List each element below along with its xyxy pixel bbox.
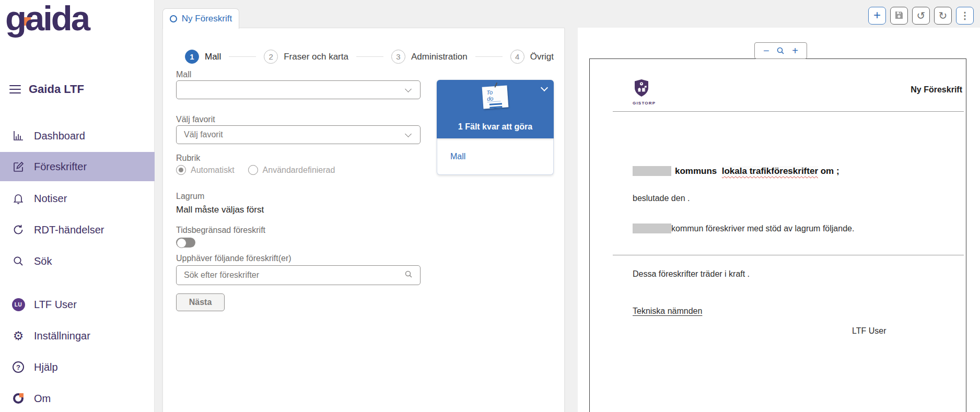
todo-item-mall[interactable]: Mall: [450, 152, 465, 161]
magnifier-icon[interactable]: [776, 46, 785, 55]
collapse-chevron-icon[interactable]: [541, 84, 548, 91]
document-line-foreskriver: kommun föreskriver med stöd av lagrum fö…: [633, 223, 950, 233]
step-ovrigt[interactable]: 4 Övrigt: [510, 50, 554, 64]
preview-zoom-controls: − +: [754, 42, 807, 59]
edit-icon: [11, 160, 25, 173]
sidebar-item-label: Inställningar: [34, 330, 90, 342]
sidebar-item-label: Om: [34, 393, 51, 405]
help-icon: ?: [11, 360, 25, 374]
sidebar: gaida Gaida LTF Dashboard Föreskrifter N…: [0, 0, 155, 412]
valj-favorit-input[interactable]: [177, 126, 406, 144]
sidebar-item-notiser[interactable]: Notiser: [0, 188, 155, 209]
stepper-connector: [475, 56, 503, 57]
radio-anvandardefinierad[interactable]: Användardefinierad: [248, 165, 335, 175]
mall-select[interactable]: [176, 80, 421, 99]
todo-count-label: 1 Fält kvar att göra: [458, 122, 532, 132]
sidebar-item-label: Notiser: [34, 193, 67, 205]
wizard-stepper: 1 Mall 2 Fraser och karta 3 Administrati…: [185, 50, 554, 64]
more-options-button[interactable]: ⋮: [956, 7, 974, 25]
rubrik-radio-group: Automatiskt Användardefinierad: [176, 165, 335, 175]
tidsbegransad-label: Tidsbegränsad föreskrift: [176, 226, 265, 235]
plus-icon: +: [873, 9, 881, 21]
heading-text: om ;: [821, 166, 839, 176]
municipality-shield-icon: [634, 79, 649, 98]
stepper-connector: [356, 56, 383, 57]
document-line-ikraft: Dessa föreskrifter träder i kraft .: [633, 269, 950, 279]
redo-button[interactable]: ↻: [934, 7, 952, 25]
sidebar-item-user[interactable]: LU LTF User: [0, 294, 155, 315]
step-fraser-och-karta[interactable]: 2 Fraser och karta: [264, 50, 348, 64]
sidebar-item-label: Hjälp: [34, 361, 58, 373]
sync-icon: [11, 223, 25, 237]
redacted-municipality-block: [633, 223, 671, 233]
lagrum-hint: Mall måste väljas först: [176, 205, 264, 215]
sidebar-item-label: Föreskrifter: [34, 161, 87, 173]
step-number: 2: [264, 50, 278, 64]
tidsbegransad-toggle[interactable]: [176, 238, 195, 248]
sidebar-item-installningar[interactable]: ⚙ Inställningar: [0, 325, 155, 346]
zoom-in-button[interactable]: +: [789, 45, 801, 56]
sidebar-header-label: Gaida LTF: [29, 83, 84, 96]
avatar-initials: LU: [12, 298, 25, 311]
step-number: 1: [185, 50, 199, 64]
tab-label: Ny Föreskrift: [182, 14, 232, 24]
lagrum-label: Lagrum: [176, 192, 204, 201]
sidebar-item-om[interactable]: Om: [0, 388, 155, 409]
sidebar-item-dashboard[interactable]: Dashboard: [0, 125, 155, 146]
step-label: Administration: [411, 52, 468, 62]
step-number: 3: [391, 50, 405, 64]
radio-selected-icon: [176, 165, 186, 175]
line-text: kommun föreskriver med stöd av lagrum fö…: [671, 224, 854, 233]
sidebar-header[interactable]: Gaida LTF: [9, 83, 84, 96]
foreskrifter-search-input[interactable]: [177, 266, 404, 285]
mall-select-input[interactable]: [177, 81, 406, 99]
sidebar-item-label: RDT-händelser: [34, 224, 104, 236]
undo-icon: ↺: [917, 10, 926, 21]
sidebar-item-sok[interactable]: Sök: [0, 251, 155, 272]
todo-note-text: To do: [486, 88, 501, 102]
hamburger-menu-icon[interactable]: [9, 85, 21, 93]
search-icon: [404, 270, 413, 280]
zoom-out-button[interactable]: −: [760, 45, 773, 56]
sidebar-item-hjalp[interactable]: ? Hjälp: [0, 357, 155, 378]
sidebar-item-label: Sök: [34, 255, 52, 267]
step-administration[interactable]: 3 Administration: [391, 50, 468, 64]
tab-ny-foreskrift[interactable]: Ny Föreskrift: [162, 8, 239, 29]
save-button[interactable]: [890, 7, 908, 25]
step-label: Mall: [205, 52, 221, 62]
valj-favorit-select[interactable]: [176, 125, 421, 144]
redo-icon: ↻: [939, 10, 948, 21]
tab-status-circle-icon: [170, 15, 177, 22]
next-button[interactable]: Nästa: [176, 293, 225, 311]
document-author: LTF User: [852, 326, 886, 336]
document-page: GISTORP Ny Föreskrift kommuns lokala tra…: [589, 58, 966, 412]
about-icon: [11, 392, 25, 405]
gaida-logo: gaida: [5, 1, 110, 58]
step-label: Övrigt: [530, 52, 554, 62]
step-number: 4: [510, 50, 524, 64]
radio-automatiskt[interactable]: Automatiskt: [176, 165, 235, 175]
search-icon: [11, 254, 25, 268]
document-divider: [613, 255, 964, 255]
bell-icon: [11, 192, 25, 205]
document-divider: [613, 111, 964, 112]
mall-label: Mall: [176, 70, 191, 79]
document-heading: kommuns lokala trafikföreskrifter om ;: [633, 166, 950, 176]
todo-card-body: Mall: [437, 138, 554, 175]
rubrik-label: Rubrik: [176, 154, 200, 163]
undo-button[interactable]: ↺: [912, 7, 930, 25]
foreskrifter-search-field[interactable]: [176, 265, 421, 285]
chevron-down-icon: [405, 131, 412, 137]
document-signer: Tekniska nämnden: [633, 307, 950, 316]
document-line-beslutade: beslutade den .: [633, 194, 950, 203]
todo-card: To do 1 Fält kvar att göra Mall: [437, 80, 554, 175]
add-button[interactable]: +: [868, 7, 886, 25]
sidebar-item-foreskrifter[interactable]: Föreskrifter: [0, 152, 155, 181]
step-mall[interactable]: 1 Mall: [185, 50, 221, 64]
document-preview-panel: − + GISTORP Ny Föreskrift: [578, 28, 980, 412]
sidebar-item-label: Dashboard: [34, 130, 85, 142]
radio-label: Användardefinierad: [263, 166, 335, 175]
bar-chart-icon: [11, 129, 25, 143]
sidebar-item-rdt-handelser[interactable]: RDT-händelser: [0, 219, 155, 240]
municipality-logo: GISTORP: [633, 79, 650, 105]
